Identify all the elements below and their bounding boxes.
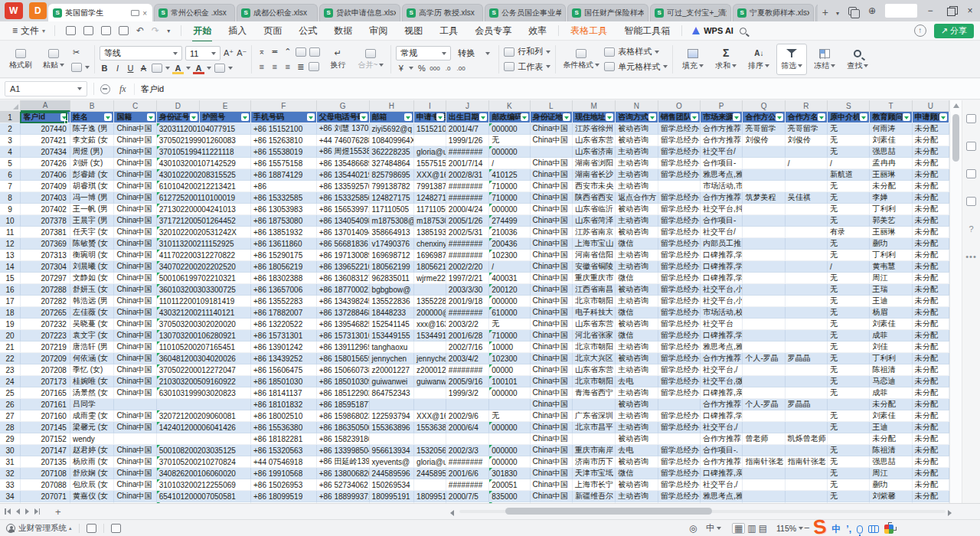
cell[interactable]: 留学总经办 [658, 135, 701, 146]
cell[interactable]: 207223 [21, 330, 70, 342]
menu-tab-插入[interactable]: 插入 [220, 23, 255, 39]
cell[interactable]: 留学总经办 [658, 468, 701, 479]
cell[interactable] [786, 376, 828, 387]
column-header-U[interactable]: U [913, 100, 949, 112]
column-header-Q[interactable]: Q [743, 100, 785, 112]
cell[interactable] [743, 387, 785, 399]
filter-dropdown-icon[interactable] [606, 113, 613, 121]
cell[interactable]: 612725200110100019 [157, 192, 251, 204]
cell[interactable]: +86 18501030 [251, 376, 317, 387]
cell[interactable]: +86 15575158 [251, 158, 317, 169]
cell[interactable]: 成雨雯 (女 [70, 410, 114, 422]
table-header-cell[interactable]: 身份证地址 [531, 112, 573, 123]
cell[interactable]: 王丽琳 [870, 169, 912, 181]
table-header-cell[interactable]: 合作方公司 [743, 112, 785, 123]
cell[interactable]: +86 1533258500 [317, 192, 370, 204]
cell[interactable]: 左佳薇 (女 [70, 307, 114, 319]
cell[interactable]: +86 1370140948 [317, 227, 370, 238]
cell[interactable]: 社交平台,小 [701, 296, 743, 307]
cell[interactable] [743, 307, 785, 319]
cell[interactable]: 207108 [21, 468, 70, 479]
cell[interactable] [743, 204, 785, 215]
row-number[interactable]: 10 [0, 215, 21, 227]
cell[interactable]: 北京大兴区 [573, 353, 616, 364]
cell[interactable]: 被动咨询 [616, 456, 658, 468]
cell[interactable]: 未分配 [913, 479, 949, 491]
cell[interactable]: 无 [828, 135, 870, 146]
cell[interactable]: 未分配 [913, 433, 949, 445]
cell[interactable]: 口碑推荐,学 [701, 261, 743, 273]
cell[interactable]: 吴佳祺 [786, 192, 828, 204]
cell[interactable]: 无 [828, 319, 870, 330]
column-header-R[interactable]: R [786, 100, 828, 112]
spreadsheet-grid[interactable]: ABCDEFGHIJKLMNOPQRSTU1客户id姓名国籍身份证号护照号手机号… [0, 100, 949, 503]
copy-icon[interactable] [71, 63, 82, 72]
cell[interactable]: 100101 [489, 376, 530, 387]
cell[interactable]: 未分配 [913, 192, 949, 204]
cell[interactable]: +86 1889993716 [317, 491, 370, 502]
cell[interactable]: 962835011 [370, 273, 415, 284]
cell[interactable]: 留学总经办 [658, 296, 701, 307]
cell[interactable] [157, 433, 251, 445]
cell[interactable]: +86 18141137 [251, 387, 317, 399]
cell[interactable] [743, 410, 785, 422]
cell[interactable]: 留学总经办 [658, 410, 701, 422]
cell[interactable]: 刘紫馨 [870, 491, 912, 502]
cell[interactable]: 未分配 [913, 353, 949, 364]
filter-dropdown-icon[interactable] [479, 113, 487, 121]
row-number[interactable]: 26 [0, 399, 21, 410]
cell[interactable]: 2002/9/6 [446, 410, 489, 422]
cell[interactable]: +86 1851229020 [317, 387, 370, 399]
increase-font-icon[interactable]: A⁺ [224, 48, 234, 58]
cell[interactable]: 360103200303300725 [157, 284, 251, 296]
cell[interactable]: 2003/3/30 [446, 284, 489, 296]
cell[interactable]: +86 1506607386 [317, 364, 370, 376]
scroll-right-icon[interactable] [948, 510, 952, 516]
cell[interactable]: 重庆重庆市 [573, 273, 616, 284]
cell[interactable]: 未分配 [913, 491, 949, 502]
cell[interactable]: 雅思考点,雅 [701, 169, 743, 181]
select-all-corner[interactable] [0, 100, 21, 112]
cell[interactable]: China中国 [531, 422, 573, 433]
cell[interactable]: 合作方推荐 [701, 123, 743, 135]
cell[interactable]: 370502199901260083 [157, 135, 251, 146]
cell[interactable]: 主动咨询 [616, 181, 658, 192]
cell[interactable]: 留学总经办 [658, 204, 701, 215]
cell[interactable]: China中国 [114, 273, 156, 284]
cell[interactable]: +86 周煜155380 [317, 146, 370, 158]
cell[interactable]: +86 13611860 [251, 238, 317, 250]
new-tab-button[interactable]: + [818, 6, 833, 21]
cell[interactable] [786, 273, 828, 284]
cell[interactable]: 广东省深圳 [573, 410, 616, 422]
column-header-M[interactable]: M [573, 100, 616, 112]
orientation-icon[interactable] [309, 62, 319, 71]
cell[interactable]: 200120 [489, 284, 530, 296]
filter-dropdown-icon[interactable] [563, 113, 570, 121]
cell[interactable]: 未分配 [913, 364, 949, 376]
cell[interactable]: 刘俊伶 [786, 135, 828, 146]
upload-icon[interactable]: ↑ [914, 25, 926, 37]
table-style-button[interactable]: 表格样式 [604, 46, 668, 57]
cell[interactable]: 周江 [870, 468, 912, 479]
page-layout-view-icon[interactable]: ▤ [759, 524, 767, 533]
cell[interactable] [489, 433, 530, 445]
globe-icon[interactable]: ⊕ [862, 2, 882, 20]
filter-dropdown-icon[interactable] [521, 113, 528, 121]
cell[interactable]: China中国 [531, 238, 573, 250]
cell[interactable]: 200051 [489, 479, 530, 491]
cell[interactable]: 合作方推荐 [701, 399, 743, 410]
cell[interactable]: China中国 [114, 135, 156, 146]
indent-decrease-icon[interactable] [296, 47, 306, 57]
cell[interactable] [743, 181, 785, 192]
cell[interactable]: 117110505 [370, 204, 415, 215]
cell[interactable]: 210303200509160922 [157, 376, 251, 387]
menu-tab-公式[interactable]: 公式 [290, 23, 325, 39]
cell[interactable] [414, 135, 446, 146]
cell[interactable]: China中国 [531, 456, 573, 468]
worksheet-button[interactable]: 工作表 [504, 61, 550, 73]
cell[interactable]: 口碑推荐,亲 [701, 387, 743, 399]
cell[interactable]: 主动咨询 [616, 250, 658, 261]
cell[interactable]: jennychen [370, 353, 415, 364]
cell[interactable]: 未分配 [913, 261, 949, 273]
cell[interactable]: 丁利利 [870, 353, 912, 364]
